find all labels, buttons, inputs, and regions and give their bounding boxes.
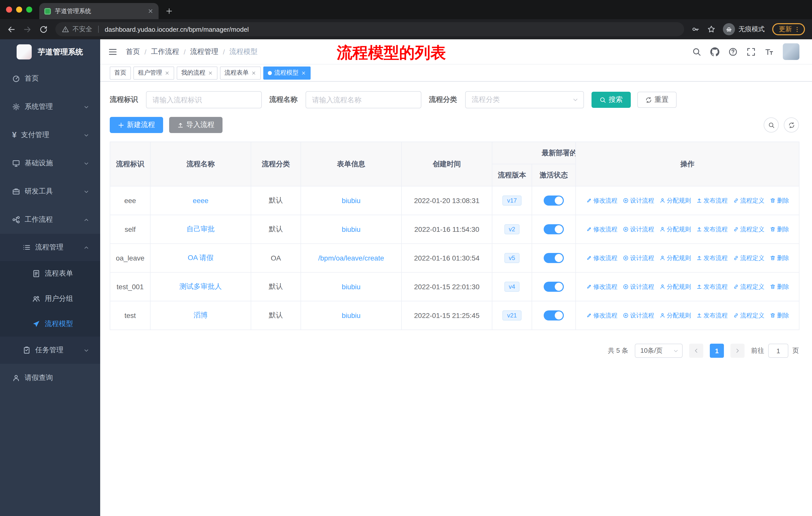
process-name-link[interactable]: eeee (193, 196, 208, 205)
prev-page-button[interactable] (689, 344, 703, 358)
view-tag-process-form[interactable]: 流程表单 (220, 66, 261, 79)
search-button[interactable]: 搜索 (591, 92, 631, 108)
sidebar-item-process-form[interactable]: 流程表单 (0, 261, 100, 286)
next-page-button[interactable] (730, 344, 745, 358)
bookmark-star-icon[interactable] (707, 25, 715, 33)
close-window-button[interactable] (6, 6, 12, 12)
process-key-input[interactable] (146, 91, 262, 108)
row-action-assign-rules[interactable]: 分配规则 (659, 196, 691, 205)
row-action-publish-process[interactable]: 发布流程 (696, 254, 728, 263)
sidebar-item-dev-tools[interactable]: 研发工具 (0, 178, 100, 206)
user-avatar[interactable] (783, 43, 800, 60)
back-icon[interactable] (7, 25, 16, 33)
row-action-edit-process[interactable]: 修改流程 (586, 254, 617, 263)
row-action-design-process[interactable]: 设计流程 (622, 196, 654, 205)
browser-menu-icon[interactable] (794, 26, 801, 32)
sidebar-item-process-model[interactable]: 流程模型 (0, 311, 100, 336)
fullscreen-icon[interactable] (747, 47, 756, 56)
row-action-edit-process[interactable]: 修改流程 (586, 311, 617, 320)
view-tag-process-model[interactable]: 流程模型 (263, 66, 311, 79)
process-name-input[interactable] (306, 91, 422, 108)
close-icon[interactable] (301, 70, 306, 75)
row-action-design-process[interactable]: 设计流程 (622, 283, 654, 291)
row-action-delete[interactable]: 删除 (770, 283, 789, 291)
close-icon[interactable] (208, 70, 213, 75)
active-toggle[interactable] (544, 282, 564, 292)
create-process-button[interactable]: 新建流程 (110, 117, 163, 133)
active-toggle[interactable] (544, 224, 564, 234)
sidebar-collapse-icon[interactable] (108, 47, 117, 56)
import-process-button[interactable]: 导入流程 (169, 117, 223, 133)
row-action-edit-process[interactable]: 修改流程 (586, 196, 617, 205)
row-action-delete[interactable]: 删除 (770, 196, 789, 205)
row-action-assign-rules[interactable]: 分配规则 (659, 225, 691, 234)
close-icon[interactable] (165, 70, 170, 75)
tab-close-icon[interactable] (147, 8, 153, 14)
active-toggle[interactable] (544, 310, 564, 321)
sidebar-item-user-group[interactable]: 用户分组 (0, 286, 100, 311)
sidebar-item-process-management[interactable]: 流程管理 (0, 234, 100, 261)
maximize-window-button[interactable] (26, 6, 32, 12)
row-action-publish-process[interactable]: 发布流程 (696, 283, 728, 291)
app-logo[interactable]: 芋道管理系统 (0, 39, 100, 64)
breadcrumb-item[interactable]: 流程管理 (190, 47, 219, 56)
form-info-link[interactable]: biubiu (342, 311, 361, 320)
sidebar-item-system-management[interactable]: 系统管理 (0, 93, 100, 121)
process-name-link[interactable]: OA 请假 (188, 253, 214, 262)
new-tab-button[interactable] (166, 7, 173, 15)
row-action-assign-rules[interactable]: 分配规则 (659, 311, 691, 320)
row-action-publish-process[interactable]: 发布流程 (696, 225, 728, 234)
page-size-select[interactable]: 10条/页 (635, 344, 683, 358)
category-select[interactable]: 流程分类 (465, 91, 584, 108)
sidebar-item-leave-query[interactable]: 请假查询 (0, 364, 100, 392)
row-action-design-process[interactable]: 设计流程 (622, 254, 654, 263)
row-action-process-definition[interactable]: 流程定义 (733, 311, 764, 320)
breadcrumb-item[interactable]: 工作流程 (151, 47, 179, 56)
sidebar-item-infrastructure[interactable]: 基础设施 (0, 149, 100, 178)
reset-button[interactable]: 重置 (637, 92, 676, 108)
row-action-delete[interactable]: 删除 (770, 254, 789, 263)
browser-tab[interactable]: 芋道管理系统 (39, 3, 158, 19)
breadcrumb-item[interactable]: 首页 (126, 47, 140, 56)
sidebar-item-workflow[interactable]: 工作流程 (0, 206, 100, 234)
close-icon[interactable] (251, 70, 256, 75)
help-icon[interactable] (728, 47, 737, 56)
form-info-link[interactable]: biubiu (342, 196, 361, 205)
goto-page-input[interactable] (768, 344, 788, 358)
row-action-process-definition[interactable]: 流程定义 (733, 225, 764, 234)
form-info-link[interactable]: biubiu (342, 225, 361, 233)
row-action-design-process[interactable]: 设计流程 (622, 311, 654, 320)
sidebar-item-home[interactable]: 首页 (0, 64, 100, 93)
row-action-process-definition[interactable]: 流程定义 (733, 254, 764, 263)
row-action-assign-rules[interactable]: 分配规则 (659, 283, 691, 291)
refresh-table-button[interactable] (784, 117, 799, 133)
row-action-process-definition[interactable]: 流程定义 (733, 283, 764, 291)
github-icon[interactable] (710, 47, 719, 56)
process-name-link[interactable]: 测试多审批人 (179, 282, 222, 290)
view-tag-tenant-management[interactable]: 租户管理 (134, 66, 174, 79)
reload-icon[interactable] (39, 25, 48, 33)
sidebar-item-payment-management[interactable]: ¥支付管理 (0, 121, 100, 149)
url-bar[interactable]: 不安全 dashboard.yudao.iocoder.cn/bpm/manag… (55, 22, 684, 36)
process-name-link[interactable]: 滔博 (194, 311, 208, 319)
row-action-publish-process[interactable]: 发布流程 (696, 311, 728, 320)
sidebar-item-task-management[interactable]: 任务管理 (0, 336, 100, 364)
security-warning-icon[interactable] (62, 26, 69, 33)
row-action-delete[interactable]: 删除 (770, 225, 789, 234)
active-toggle[interactable] (544, 253, 564, 263)
forward-icon[interactable] (23, 25, 32, 33)
form-info-link[interactable]: /bpm/oa/leave/create (318, 254, 384, 262)
active-toggle[interactable] (544, 195, 564, 206)
row-action-process-definition[interactable]: 流程定义 (733, 196, 764, 205)
view-tag-home[interactable]: 首页 (110, 66, 131, 79)
incognito-indicator[interactable]: 无痕模式 (723, 23, 765, 35)
row-action-delete[interactable]: 删除 (770, 311, 789, 320)
password-key-icon[interactable] (692, 25, 700, 33)
row-action-edit-process[interactable]: 修改流程 (586, 225, 617, 234)
row-action-edit-process[interactable]: 修改流程 (586, 283, 617, 291)
minimize-window-button[interactable] (16, 6, 22, 12)
row-action-assign-rules[interactable]: 分配规则 (659, 254, 691, 263)
row-action-design-process[interactable]: 设计流程 (622, 225, 654, 234)
view-tag-my-process[interactable]: 我的流程 (177, 66, 218, 79)
toggle-search-button[interactable] (764, 117, 779, 133)
